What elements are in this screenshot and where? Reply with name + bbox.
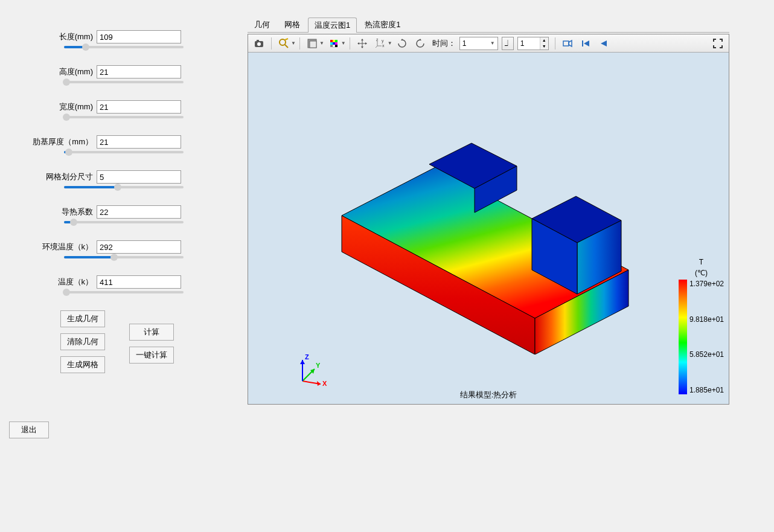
- play-back-icon[interactable]: [595, 36, 612, 51]
- param-row-5: 导热系数: [0, 205, 248, 219]
- svg-line-25: [376, 46, 377, 48]
- fullscreen-icon[interactable]: [709, 36, 726, 51]
- transparency-tool[interactable]: ▼: [304, 36, 324, 51]
- param-input[interactable]: [97, 275, 181, 289]
- exit-button[interactable]: 退出: [9, 421, 49, 438]
- svg-text:X: X: [322, 380, 327, 387]
- param-slider[interactable]: [64, 151, 184, 153]
- one-click-calculate-button[interactable]: 一键计算: [129, 347, 174, 364]
- tab-2[interactable]: 温度云图1: [308, 18, 357, 33]
- frame-spinner[interactable]: ▲▼: [517, 37, 549, 50]
- svg-marker-35: [601, 40, 607, 46]
- tab-3[interactable]: 热流密度1: [358, 17, 407, 32]
- param-label: 温度（k）: [0, 277, 97, 287]
- param-slider[interactable]: [64, 46, 184, 48]
- svg-marker-20: [361, 46, 363, 48]
- clear-geometry-button[interactable]: 清除几何: [60, 333, 105, 350]
- calculate-button[interactable]: 计算: [129, 324, 174, 341]
- param-label: 宽度(mm): [0, 101, 97, 112]
- zoom-tool[interactable]: ▼: [275, 36, 296, 51]
- svg-rect-2: [257, 40, 259, 42]
- viewer: ▼ ▼ ▼ xzy ▼: [248, 34, 729, 405]
- frame-input[interactable]: [518, 37, 540, 50]
- axis-triad: X Y Z: [290, 351, 333, 393]
- param-input[interactable]: [97, 30, 181, 43]
- svg-rect-15: [333, 45, 335, 47]
- video-camera-icon[interactable]: [559, 36, 576, 51]
- canvas-area[interactable]: X Y Z T (℃) 1.379e+029.818e+015.852e+011…: [248, 53, 729, 404]
- param-label: 长度(mm): [0, 31, 97, 42]
- time-dropdown[interactable]: 1▼: [459, 37, 498, 50]
- param-slider[interactable]: [64, 186, 184, 188]
- right-panel: 几何网格温度云图1热流密度1 ▼ ▼ ▼: [248, 17, 729, 405]
- param-input[interactable]: [97, 170, 181, 184]
- sidebar: 长度(mm)高度(mm)宽度(mm)肋基厚度（mm）网格划分尺寸导热系数环境温度…: [0, 0, 248, 532]
- param-label: 网格划分尺寸: [0, 171, 97, 182]
- svg-rect-10: [335, 40, 337, 42]
- screenshot-icon[interactable]: [251, 36, 267, 51]
- svg-text:Y: Y: [316, 362, 321, 369]
- param-input[interactable]: [97, 100, 181, 114]
- svg-line-5: [285, 39, 288, 40]
- generate-geometry-button[interactable]: 生成几何: [60, 310, 105, 327]
- svg-point-3: [280, 39, 286, 45]
- time-label: 时间：: [432, 38, 456, 49]
- svg-rect-31: [563, 41, 569, 46]
- colorbar: [679, 280, 687, 394]
- svg-rect-14: [330, 45, 333, 47]
- legend-tick: 1.379e+02: [689, 280, 724, 288]
- param-slider[interactable]: [64, 81, 184, 83]
- param-input[interactable]: [97, 205, 181, 219]
- svg-text:x: x: [382, 43, 385, 48]
- rotate-cw-icon[interactable]: [394, 36, 411, 51]
- param-slider[interactable]: [64, 221, 184, 223]
- param-row-2: 宽度(mm): [0, 100, 248, 114]
- tab-0[interactable]: 几何: [248, 17, 277, 32]
- svg-rect-8: [330, 40, 333, 42]
- param-slider[interactable]: [64, 256, 184, 258]
- param-input[interactable]: [97, 240, 181, 254]
- rotate-ccw-icon[interactable]: [412, 36, 429, 51]
- color-cube-tool[interactable]: ▼: [325, 36, 346, 51]
- svg-rect-11: [330, 42, 333, 45]
- svg-marker-21: [357, 42, 359, 45]
- skip-first-icon[interactable]: [577, 36, 594, 51]
- action-button-area: 生成几何 清除几何 生成网格 计算 一键计算: [60, 310, 248, 373]
- param-input[interactable]: [97, 65, 181, 79]
- svg-rect-16: [335, 45, 337, 47]
- simulation-model: [327, 137, 683, 354]
- viewer-footer-label: 结果模型:热分析: [248, 389, 729, 400]
- svg-rect-13: [335, 42, 337, 45]
- svg-rect-33: [582, 40, 583, 46]
- svg-marker-19: [361, 39, 363, 40]
- svg-text:z: z: [376, 38, 379, 42]
- svg-rect-12: [333, 42, 335, 45]
- param-input[interactable]: [97, 135, 181, 149]
- svg-rect-7: [310, 41, 316, 48]
- tab-1[interactable]: 网格: [278, 17, 307, 32]
- param-row-6: 环境温度（k）: [0, 240, 248, 254]
- param-label: 肋基厚度（mm）: [0, 136, 97, 147]
- param-slider[interactable]: [64, 116, 184, 118]
- viewer-toolbar: ▼ ▼ ▼ xzy ▼: [248, 34, 729, 53]
- generate-mesh-button[interactable]: 生成网格: [60, 356, 105, 373]
- svg-text:y: y: [382, 39, 384, 43]
- pan-tool-icon[interactable]: [354, 36, 371, 51]
- param-slider[interactable]: [64, 291, 184, 293]
- param-label: 环境温度（k）: [0, 242, 97, 252]
- svg-marker-22: [365, 42, 367, 45]
- svg-text:Z: Z: [305, 353, 309, 361]
- param-row-7: 温度（k）: [0, 275, 248, 289]
- tab-bar: 几何网格温度云图1热流密度1: [248, 17, 729, 33]
- svg-marker-34: [584, 40, 589, 46]
- step-end-button[interactable]: ⏌: [502, 37, 514, 50]
- param-row-0: 长度(mm): [0, 30, 248, 43]
- param-row-4: 网格划分尺寸: [0, 170, 248, 184]
- color-legend: T (℃) 1.379e+029.818e+015.852e+011.885e+…: [679, 258, 724, 394]
- xyz-view-tool[interactable]: xzy ▼: [372, 36, 392, 51]
- svg-line-4: [285, 45, 288, 48]
- legend-tick: 5.852e+01: [689, 350, 724, 359]
- svg-point-1: [257, 42, 261, 46]
- legend-var-label: T: [679, 258, 724, 266]
- param-row-3: 肋基厚度（mm）: [0, 135, 248, 149]
